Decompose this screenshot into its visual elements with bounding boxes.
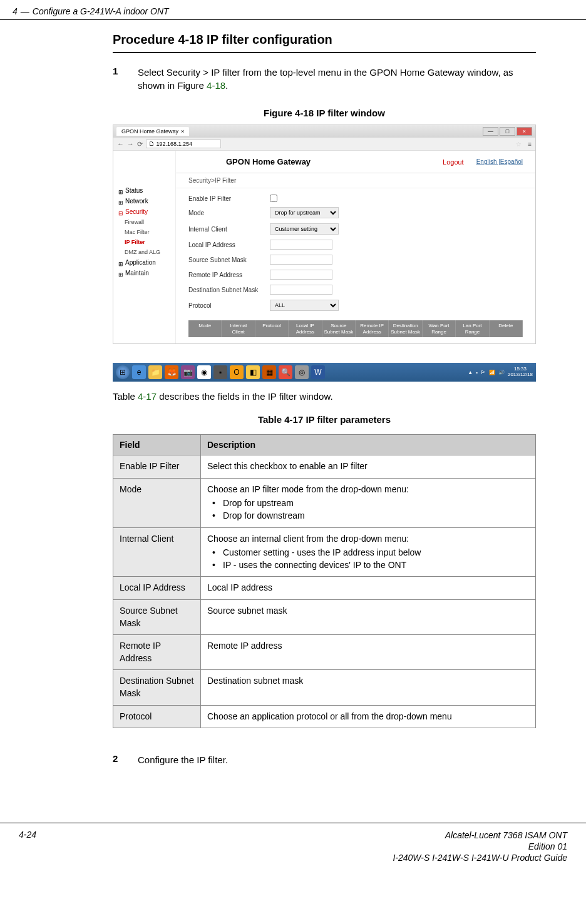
nav-application[interactable]: Application	[113, 257, 175, 268]
outlook-icon[interactable]: O	[230, 365, 244, 379]
bookmark-icon[interactable]: ☆	[516, 141, 522, 148]
th-mode: Mode	[188, 320, 222, 337]
table-row: Destination Subnet MaskDestination subne…	[113, 670, 536, 705]
step-text: Select Security > IP filter from the top…	[138, 66, 536, 92]
minus-icon	[118, 210, 123, 215]
field-cell: Enable IP Filter	[113, 455, 201, 479]
dest-mask-input[interactable]	[270, 285, 332, 295]
app3-icon[interactable]: ◧	[246, 365, 260, 379]
th-delete: Delete	[490, 320, 523, 337]
window-controls: — □ ×	[483, 127, 532, 136]
list-item: Drop for downstream	[207, 510, 529, 522]
nav-dmz-alg[interactable]: DMZ and ALG	[113, 247, 175, 257]
table-description: Table 4-17 describes the fields in the I…	[113, 391, 536, 402]
plus-icon	[118, 260, 123, 265]
dest-mask-label: Destination Subnet Mask	[188, 287, 270, 293]
logout-link[interactable]: Logout	[443, 158, 464, 166]
url-input[interactable]: 🗋 192.168.1.254	[146, 140, 221, 148]
remote-ip-input[interactable]	[270, 270, 332, 280]
th-wan-port: Wan Port Range	[423, 320, 456, 337]
app4-icon[interactable]: ▦	[262, 365, 276, 379]
mode-row: Mode Drop for upstream	[188, 207, 523, 218]
desc-cell: Source subnet mask	[201, 599, 536, 634]
source-mask-row: Source Subnet Mask	[188, 255, 523, 265]
word-icon[interactable]: W	[311, 365, 325, 379]
screenshot: GPON Home Gateway × — □ × ← → ⟳ 🗋 192.16…	[113, 124, 536, 382]
firefox-icon[interactable]: 🦊	[165, 365, 178, 379]
browser-tab[interactable]: GPON Home Gateway ×	[116, 127, 189, 136]
field-cell: Local IP Address	[113, 577, 201, 600]
figure-caption: Figure 4-18 IP filter window	[113, 108, 536, 118]
language-link[interactable]: English |Español	[476, 158, 523, 165]
th-internal: Internal Client	[222, 320, 255, 337]
th-protocol: Protocol	[255, 320, 289, 337]
menu-icon[interactable]: ≡	[528, 141, 532, 148]
local-ip-input[interactable]	[270, 240, 332, 250]
explorer-icon[interactable]: 📁	[148, 365, 162, 379]
desc-cell: Select this checkbox to enable an IP fil…	[201, 455, 536, 479]
mode-select[interactable]: Drop for upstream	[270, 207, 339, 218]
nav-network[interactable]: Network	[113, 196, 175, 206]
browser-window: GPON Home Gateway × — □ × ← → ⟳ 🗋 192.16…	[113, 124, 536, 344]
back-icon[interactable]: ←	[117, 140, 124, 148]
internal-select[interactable]: Customer setting	[270, 223, 339, 235]
tray-arrow-icon[interactable]: ▲	[468, 370, 473, 375]
forward-icon[interactable]: →	[127, 140, 134, 148]
start-icon[interactable]: ⊞	[116, 365, 130, 379]
app-icon[interactable]: 📷	[181, 365, 195, 379]
close-button[interactable]: ×	[517, 127, 532, 136]
tab-title: GPON Home Gateway	[121, 128, 178, 135]
enable-row: Enable IP Filter	[188, 195, 523, 202]
taskbar-clock[interactable]: 15:33 2013/12/18	[508, 367, 533, 378]
source-mask-label: Source Subnet Mask	[188, 256, 270, 263]
main-content: Procedure 4-18 IP filter configuration 1…	[0, 20, 586, 785]
tray-volume-icon[interactable]: 🔊	[498, 370, 505, 375]
footer-line-1: Alcatel-Lucent 7368 ISAM ONT	[36, 830, 567, 841]
tray-icon[interactable]: •	[476, 370, 478, 375]
tray-flag-icon[interactable]: 🏳	[481, 370, 486, 375]
nav-mac-filter[interactable]: Mac Filter	[113, 227, 175, 237]
app2-icon[interactable]: ▪	[213, 365, 227, 379]
table-row: ProtocolChoose an application protocol o…	[113, 705, 536, 728]
th-remote-ip: Remote IP Address	[356, 320, 389, 337]
remote-ip-row: Remote IP Address	[188, 270, 523, 280]
tray-network-icon[interactable]: 📶	[489, 370, 495, 375]
ie-icon[interactable]: e	[132, 365, 146, 379]
nav-maintain[interactable]: Maintain	[113, 268, 175, 278]
source-mask-input[interactable]	[270, 255, 332, 265]
step-text-post: .	[225, 80, 228, 91]
table-row: ModeChoose an IP filter mode from the dr…	[113, 478, 536, 527]
enable-checkbox[interactable]	[270, 195, 277, 202]
field-cell: Destination Subnet Mask	[113, 670, 201, 705]
desc-cell: Choose an IP filter mode from the drop-d…	[201, 478, 536, 527]
internal-client-row: Internal Client Customer setting	[188, 223, 523, 235]
system-tray: ▲ • 🏳 📶 🔊 15:33 2013/12/18	[468, 367, 533, 378]
chrome-icon[interactable]: ◉	[197, 365, 211, 379]
footer-line-2: Edition 01	[36, 841, 567, 852]
step-number: 2	[113, 753, 138, 766]
footer-product-info: Alcatel-Lucent 7368 ISAM ONT Edition 01 …	[36, 830, 567, 864]
app6-icon[interactable]: ◎	[295, 365, 309, 379]
dest-mask-row: Destination Subnet Mask	[188, 285, 523, 295]
nav-status[interactable]: Status	[113, 185, 175, 196]
nav-security[interactable]: Security	[113, 206, 175, 217]
app5-icon[interactable]: 🔍	[279, 365, 292, 379]
plus-icon	[118, 199, 123, 204]
step-number: 1	[113, 66, 138, 92]
local-ip-row: Local IP Address	[188, 240, 523, 250]
reload-icon[interactable]: ⟳	[137, 140, 143, 148]
plus-icon	[118, 188, 123, 193]
tab-close-icon[interactable]: ×	[181, 128, 184, 135]
protocol-select[interactable]: ALL	[270, 300, 339, 311]
nav-firewall[interactable]: Firewall	[113, 217, 175, 227]
nav-ip-filter[interactable]: IP Filter	[113, 237, 175, 247]
mode-label: Mode	[188, 210, 270, 216]
field-cell: Remote IP Address	[113, 635, 201, 670]
minimize-button[interactable]: —	[483, 127, 498, 136]
breadcrumb: Security>IP Filter	[176, 173, 535, 188]
desc-cell: Choose an internal client from the drop-…	[201, 527, 536, 577]
table-row: Internal ClientChoose an internal client…	[113, 527, 536, 577]
maximize-button[interactable]: □	[500, 127, 515, 136]
bullet-list: Customer setting - uses the IP address i…	[207, 547, 529, 571]
th-field: Field	[113, 435, 201, 455]
